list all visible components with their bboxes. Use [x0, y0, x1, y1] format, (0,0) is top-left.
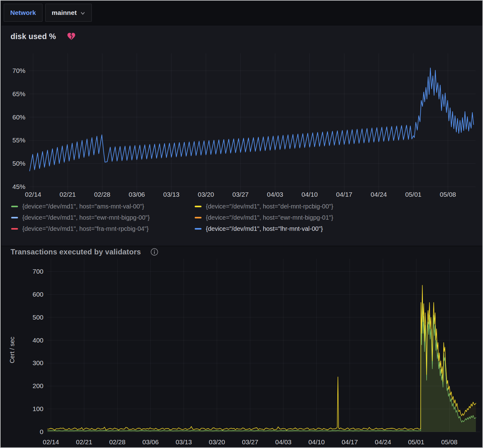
x-tick-label: 03/06	[129, 191, 145, 198]
y-tick-label: 600	[33, 291, 43, 298]
y-tick-label: 45%	[12, 183, 25, 190]
legend-series-label: {device="/dev/md1", host="ewr-mnt-bigpg-…	[22, 214, 150, 221]
series-line	[48, 285, 476, 430]
x-tick-label: 04/24	[371, 191, 387, 198]
transactions-chart[interactable]: 010020030040050060070002/1402/2102/2803/…	[1, 246, 483, 448]
x-tick-label: 03/20	[198, 191, 214, 198]
network-variable-dropdown[interactable]: mainnet	[45, 4, 92, 22]
x-tick-label: 05/08	[440, 191, 456, 198]
network-variable-value: mainnet	[52, 9, 77, 16]
y-tick-label: 100	[33, 405, 43, 412]
legend-series-label: {device="/dev/md1", host="ewr-mnt-bigpg-…	[206, 214, 333, 221]
x-tick-label: 04/17	[336, 191, 352, 198]
series-line	[30, 68, 474, 171]
info-icon[interactable]	[150, 248, 158, 256]
x-tick-label: 05/01	[408, 438, 424, 446]
dashboard-toolbar: Network mainnet	[1, 1, 482, 25]
x-tick-label: 02/21	[60, 191, 76, 198]
y-tick-label: 500	[33, 314, 43, 321]
x-tick-label: 03/20	[209, 438, 225, 446]
x-tick-label: 04/03	[267, 191, 283, 198]
legend-series-swatch	[11, 206, 18, 207]
x-tick-label: 03/06	[142, 438, 159, 446]
y-tick-label: 300	[33, 359, 43, 366]
x-tick-label: 04/10	[308, 438, 325, 446]
legend-series-swatch	[195, 228, 202, 230]
x-tick-label: 05/01	[405, 191, 422, 198]
grafana-dashboard: Network mainnet disk used % 45%50%55%60%…	[0, 0, 483, 448]
x-tick-label: 02/28	[94, 191, 110, 198]
x-tick-label: 05/08	[441, 438, 458, 446]
legend-series-swatch	[11, 217, 18, 218]
y-tick-label: 65%	[12, 90, 25, 97]
legend-item[interactable]: {device="/dev/md1", host="del-mnt-rpcbig…	[195, 203, 476, 210]
legend-series-label: {device="/dev/md1", host="lhr-mnt-val-00…	[206, 225, 323, 232]
legend-series-swatch	[11, 228, 18, 230]
x-tick-label: 02/14	[43, 438, 59, 446]
x-tick-label: 04/24	[375, 438, 391, 446]
y-tick-label: 55%	[12, 137, 25, 144]
y-axis-label: Cert / sec	[9, 337, 16, 363]
legend-item[interactable]: {device="/dev/md1", host="ewr-mnt-bigpg-…	[11, 214, 195, 221]
broken-heart-alert-icon	[67, 32, 76, 41]
x-tick-label: 03/27	[232, 191, 249, 198]
y-tick-label: 60%	[12, 114, 25, 121]
disk-used-panel-title[interactable]: disk used %	[11, 32, 56, 41]
x-tick-label: 04/17	[342, 438, 358, 446]
transactions-panel-header: Transactions executed by validators	[11, 248, 158, 256]
transactions-panel: Transactions executed by validators 0100…	[1, 246, 483, 448]
legend-item[interactable]: {device="/dev/md1", host="fra-mnt-rpcbig…	[11, 225, 195, 232]
x-tick-label: 03/27	[242, 438, 259, 446]
x-tick-label: 03/13	[163, 191, 179, 198]
y-tick-label: 700	[33, 268, 43, 275]
x-tick-label: 04/10	[301, 191, 318, 198]
disk-used-panel-header: disk used %	[11, 32, 76, 41]
x-tick-label: 02/21	[76, 438, 92, 446]
transactions-panel-title[interactable]: Transactions executed by validators	[11, 248, 141, 256]
y-tick-label: 0	[40, 428, 43, 435]
y-tick-label: 400	[33, 337, 43, 344]
legend-item[interactable]: {device="/dev/md1", host="ams-mnt-val-00…	[11, 203, 195, 210]
legend-series-label: {device="/dev/md1", host="fra-mnt-rpcbig…	[22, 225, 149, 232]
disk-used-panel: disk used % 45%50%55%60%65%70%02/1402/21…	[1, 25, 483, 246]
y-tick-label: 50%	[12, 160, 25, 167]
x-tick-label: 04/03	[275, 438, 292, 446]
legend-series-swatch	[195, 217, 202, 218]
series-fill	[48, 299, 476, 432]
series-fill	[48, 285, 476, 432]
chevron-down-icon	[80, 11, 85, 15]
y-tick-label: 200	[33, 382, 43, 389]
series-line	[48, 299, 476, 431]
y-tick-label: 70%	[12, 67, 25, 74]
network-variable-label[interactable]: Network	[4, 4, 42, 22]
x-tick-label: 02/28	[109, 438, 126, 446]
legend-item[interactable]: {device="/dev/md1", host="lhr-mnt-val-00…	[195, 225, 476, 232]
legend-item[interactable]: {device="/dev/md1", host="ewr-mnt-bigpg-…	[195, 214, 476, 221]
x-tick-label: 03/13	[175, 438, 192, 446]
disk-used-legend: {device="/dev/md1", host="ams-mnt-val-00…	[11, 203, 476, 232]
legend-series-swatch	[195, 206, 202, 207]
legend-series-label: {device="/dev/md1", host="ams-mnt-val-00…	[22, 203, 144, 210]
x-tick-label: 02/14	[25, 191, 41, 198]
disk-used-chart[interactable]: 45%50%55%60%65%70%02/1402/2102/2803/0603…	[1, 25, 483, 205]
legend-series-label: {device="/dev/md1", host="del-mnt-rpcbig…	[206, 203, 333, 210]
